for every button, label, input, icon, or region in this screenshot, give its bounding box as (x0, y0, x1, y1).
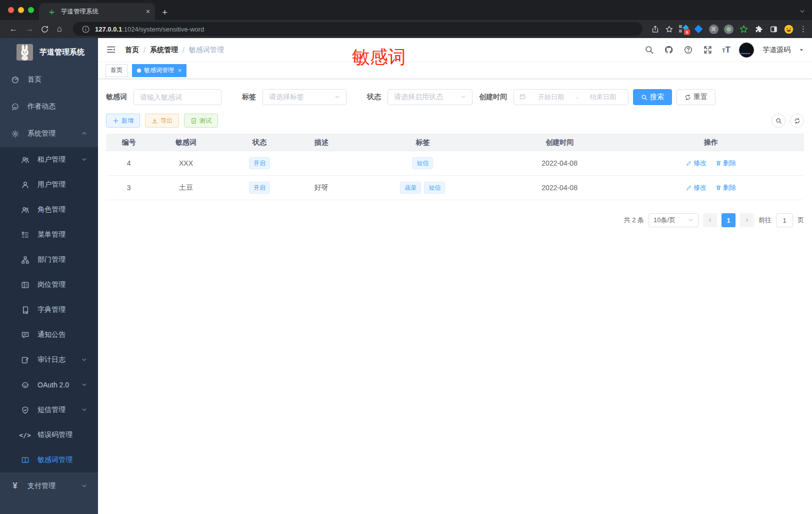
sidebar-item-dept[interactable]: 部门管理 (0, 247, 98, 272)
user-avatar[interactable] (739, 43, 754, 58)
tag-select[interactable]: 请选择标签 (262, 89, 346, 105)
chevron-down-icon (82, 381, 87, 389)
sidebar-item-error-code[interactable]: </> 错误码管理 (0, 422, 98, 447)
users-icon (20, 205, 30, 214)
zoom-window-button[interactable] (28, 7, 34, 13)
window-controls[interactable] (8, 7, 34, 13)
app-title: 芋道管理系统 (40, 48, 84, 57)
home-button[interactable]: ⌂ (53, 24, 66, 34)
sidebar-item-menu[interactable]: 菜单管理 (0, 222, 98, 247)
refresh-table-button[interactable] (790, 114, 804, 128)
search-button[interactable]: 搜索 (633, 89, 672, 105)
font-size-icon[interactable]: TT (722, 45, 730, 55)
column-header: 标签 (344, 134, 501, 151)
titlebar-chevron-icon[interactable] (800, 7, 805, 16)
extension-green-star-icon[interactable] (738, 23, 750, 35)
extension-record-icon[interactable] (722, 23, 734, 35)
keyword-input[interactable] (134, 89, 222, 105)
next-page-button[interactable] (740, 213, 754, 227)
help-icon[interactable] (683, 45, 694, 56)
cell-status: 开启 (220, 151, 299, 176)
page-size-select[interactable]: 10条/页 (648, 213, 698, 227)
app-logo[interactable]: 芋道管理系统 (0, 38, 98, 66)
site-info-icon[interactable] (80, 24, 91, 35)
extension-kite-icon[interactable] (692, 23, 704, 35)
tab-close-icon[interactable]: × (146, 8, 150, 16)
yen-icon: ¥ (10, 481, 20, 490)
sidebar-item-sms[interactable]: 短信管理 (0, 397, 98, 422)
sensitive-word-table: 编号敏感词状态描述标签创建时间操作 4 XXX 开启 短信 2022-04-08… (106, 134, 804, 200)
extension-badge: 9 (684, 29, 690, 35)
browser-menu-icon[interactable]: ⋮ (800, 25, 807, 34)
sidebar-item-oauth2[interactable]: OAuth 2.0 (0, 372, 98, 397)
export-button[interactable]: 导出 (145, 114, 179, 128)
reset-button[interactable]: 重置 (676, 89, 716, 105)
tag-badge: 短信 (424, 182, 445, 194)
side-panel-icon[interactable] (768, 23, 780, 35)
delete-link[interactable]: 删除 (716, 183, 736, 192)
add-button[interactable]: 新增 (106, 114, 140, 128)
pagination: 共 2 条 10条/页 1 前往 页 (106, 213, 804, 227)
sidebar-item-author-news[interactable]: 作者动态 (0, 93, 98, 120)
address-bar[interactable]: 127.0.0.1:1024/system/sensitive-word (73, 22, 642, 36)
cell-tags: 蔬菜短信 (344, 176, 501, 200)
sidebar-item-user[interactable]: 用户管理 (0, 172, 98, 197)
sidebar-item-system[interactable]: 系统管理 (0, 120, 98, 147)
extension-grid-icon[interactable]: 9 (678, 23, 690, 35)
forward-button[interactable]: → (23, 24, 36, 34)
new-tab-button[interactable]: + (162, 8, 168, 17)
collapse-sidebar-icon[interactable] (106, 45, 117, 56)
github-icon[interactable] (664, 45, 674, 56)
close-tag-icon[interactable]: × (178, 67, 182, 74)
search-icon[interactable] (644, 45, 655, 56)
cell-word: XXX (152, 151, 220, 176)
sidebar-item-notice[interactable]: 通知公告 (0, 322, 98, 347)
extension-command-icon[interactable]: ⌘ (708, 23, 720, 35)
tags-view-item[interactable]: 敏感词管理× (132, 64, 186, 77)
page-content: 敏感词 标签 请选择标签 状态 请选择启用状态 创建时间 (98, 79, 812, 514)
share-icon[interactable] (650, 24, 660, 35)
prev-page-button[interactable] (703, 213, 717, 227)
profile-emoji-avatar[interactable] (782, 23, 794, 35)
close-window-button[interactable] (8, 7, 14, 13)
breadcrumb-item[interactable]: 首页 (125, 46, 139, 55)
sidebar-item-dict[interactable]: 字典管理 (0, 297, 98, 322)
sidebar-item-home[interactable]: 首页 (0, 66, 98, 93)
show-search-icon-button[interactable] (772, 114, 786, 128)
tab-title: 芋道管理系统 (61, 8, 142, 16)
minimize-window-button[interactable] (18, 7, 24, 13)
reload-button[interactable] (39, 24, 50, 35)
sidebar-item-tenant[interactable]: 租户管理 (0, 147, 98, 172)
cell-tags: 短信 (344, 151, 501, 176)
chevron-down-icon (82, 156, 87, 164)
bookmark-star-icon[interactable] (664, 24, 674, 35)
tags-view-item[interactable]: 首页 (106, 64, 128, 77)
cell-actions: 修改 删除 (618, 176, 804, 200)
test-button[interactable]: 测试 (184, 114, 218, 128)
org-icon (20, 255, 30, 264)
goto-page-input[interactable] (776, 213, 793, 227)
sidebar-item-audit-log[interactable]: 审计日志 (0, 347, 98, 372)
dashboard-icon (10, 75, 20, 84)
chevron-down-icon (460, 93, 466, 101)
delete-link[interactable]: 删除 (716, 159, 736, 168)
table-toolbar: 新增 导出 测试 (106, 114, 804, 128)
edit-link[interactable]: 修改 (686, 159, 706, 168)
sidebar-item-sensitive-word[interactable]: 敏感词管理 (0, 447, 98, 472)
browser-tab[interactable]: 芋道管理系统 × (39, 3, 155, 20)
fullscreen-icon[interactable] (702, 45, 714, 56)
date-range-picker[interactable]: 开始日期 - 结束日期 (514, 89, 628, 105)
edit-link[interactable]: 修改 (686, 183, 706, 192)
user-caret-down-icon[interactable] (799, 46, 804, 55)
page-1-button[interactable]: 1 (722, 213, 736, 227)
sidebar-item-pay[interactable]: ¥ 支付管理 (0, 472, 98, 499)
status-select[interactable]: 请选择启用状态 (388, 89, 472, 105)
sidebar-item-role[interactable]: 角色管理 (0, 197, 98, 222)
back-button[interactable]: ← (7, 24, 20, 34)
sidebar-item-post[interactable]: 岗位管理 (0, 272, 98, 297)
chevron-up-icon (82, 130, 87, 138)
extensions-puzzle-icon[interactable] (752, 23, 764, 35)
trash-icon (716, 185, 722, 191)
breadcrumb-item[interactable]: 系统管理 (150, 46, 178, 55)
main-area: 首页/系统管理/敏感词管理 TT 芋道源 (98, 38, 812, 514)
